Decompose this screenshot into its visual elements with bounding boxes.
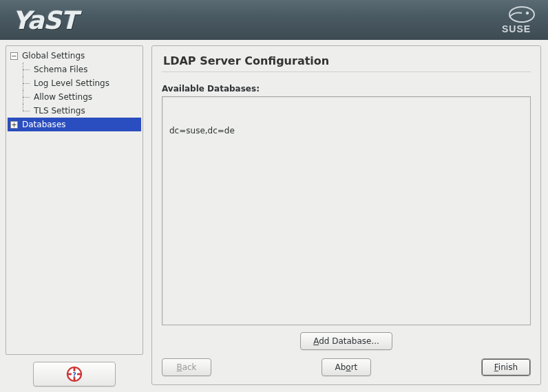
panel-title: LDAP Server Configuration	[162, 53, 531, 72]
svg-text:SUSE: SUSE	[502, 23, 531, 34]
tree-item-databases[interactable]: + Databases	[8, 118, 141, 131]
left-column: − Global Settings Schema Files Log Level…	[0, 40, 149, 392]
tree-item-allow-settings[interactable]: Allow Settings	[8, 90, 141, 104]
database-entry[interactable]: dc=suse,dc=de	[169, 126, 523, 135]
finish-button[interactable]: Finish	[481, 358, 531, 376]
right-column: LDAP Server Configuration Available Data…	[149, 40, 548, 392]
help-button[interactable]: ?	[33, 362, 116, 386]
available-databases-label: Available Databases:	[162, 84, 531, 94]
tree-label: Allow Settings	[32, 92, 94, 102]
yast-logo: YaST	[12, 6, 77, 34]
separator	[162, 72, 531, 73]
svg-point-1	[526, 12, 529, 14]
back-button: Back	[162, 358, 211, 376]
tree-label: Log Level Settings	[32, 78, 111, 88]
settings-tree[interactable]: − Global Settings Schema Files Log Level…	[6, 45, 143, 355]
tree-item-log-level[interactable]: Log Level Settings	[8, 76, 141, 90]
app-header: YaST SUSE	[0, 0, 548, 40]
tree-item-global-settings[interactable]: − Global Settings	[8, 49, 141, 63]
add-database-button[interactable]: Add Database...	[300, 332, 392, 350]
tree-label: Schema Files	[32, 65, 89, 74]
help-icon: ?	[66, 366, 83, 382]
svg-text:?: ?	[72, 371, 76, 378]
abort-button[interactable]: Abort	[322, 358, 371, 376]
tree-label: TLS Settings	[32, 106, 87, 116]
expand-icon[interactable]: +	[10, 121, 18, 129]
config-panel: LDAP Server Configuration Available Data…	[151, 45, 541, 385]
databases-listbox[interactable]: dc=suse,dc=de	[162, 96, 531, 325]
databases-group: Available Databases: dc=suse,dc=de Add D…	[162, 84, 531, 350]
tree-item-schema-files[interactable]: Schema Files	[8, 63, 141, 76]
tree-label: Global Settings	[21, 51, 86, 61]
suse-logo: SUSE	[494, 5, 538, 35]
tree-item-tls-settings[interactable]: TLS Settings	[8, 104, 141, 118]
wizard-buttons: Back Abort Finish	[162, 350, 531, 376]
collapse-icon[interactable]: −	[10, 52, 18, 60]
tree-label: Databases	[21, 120, 67, 129]
content-area: − Global Settings Schema Files Log Level…	[0, 40, 548, 392]
